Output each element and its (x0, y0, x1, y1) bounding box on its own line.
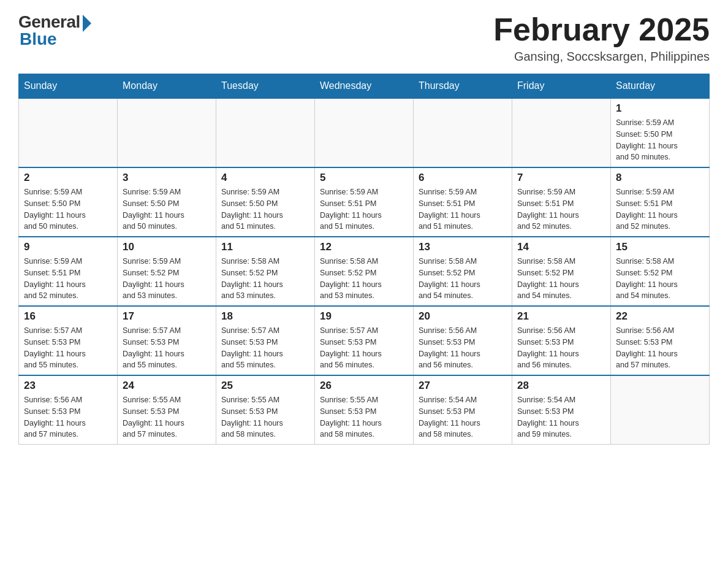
weekday-header-row: SundayMondayTuesdayWednesdayThursdayFrid… (19, 74, 710, 99)
day-number: 1 (616, 102, 704, 115)
day-number: 12 (320, 241, 408, 253)
calendar-week-4: 16Sunrise: 5:57 AMSunset: 5:53 PMDayligh… (19, 306, 710, 375)
calendar-cell: 20Sunrise: 5:56 AMSunset: 5:53 PMDayligh… (414, 306, 512, 375)
calendar-cell: 9Sunrise: 5:59 AMSunset: 5:51 PMDaylight… (19, 237, 118, 306)
day-info: Sunrise: 5:56 AMSunset: 5:53 PMDaylight:… (419, 325, 507, 371)
calendar-cell: 1Sunrise: 5:59 AMSunset: 5:50 PMDaylight… (611, 98, 710, 167)
day-info: Sunrise: 5:59 AMSunset: 5:51 PMDaylight:… (24, 256, 112, 302)
calendar-cell: 26Sunrise: 5:55 AMSunset: 5:53 PMDayligh… (315, 375, 414, 445)
weekday-header-monday: Monday (118, 74, 216, 99)
day-info: Sunrise: 5:57 AMSunset: 5:53 PMDaylight:… (221, 325, 309, 371)
calendar-cell: 10Sunrise: 5:59 AMSunset: 5:52 PMDayligh… (118, 237, 216, 306)
calendar-cell: 5Sunrise: 5:59 AMSunset: 5:51 PMDaylight… (315, 167, 414, 237)
day-number: 3 (123, 172, 211, 184)
calendar-table: SundayMondayTuesdayWednesdayThursdayFrid… (18, 74, 710, 445)
calendar-cell (512, 98, 611, 167)
calendar-cell (414, 98, 512, 167)
logo: General Blue (18, 12, 91, 49)
day-info: Sunrise: 5:56 AMSunset: 5:53 PMDaylight:… (24, 394, 112, 440)
day-number: 6 (419, 172, 507, 184)
day-number: 28 (517, 380, 605, 392)
day-number: 20 (419, 310, 507, 323)
day-info: Sunrise: 5:59 AMSunset: 5:52 PMDaylight:… (123, 256, 211, 302)
day-number: 9 (24, 241, 112, 253)
calendar-cell: 25Sunrise: 5:55 AMSunset: 5:53 PMDayligh… (216, 375, 315, 445)
calendar-cell: 19Sunrise: 5:57 AMSunset: 5:53 PMDayligh… (315, 306, 414, 375)
day-info: Sunrise: 5:57 AMSunset: 5:53 PMDaylight:… (320, 325, 408, 371)
day-info: Sunrise: 5:59 AMSunset: 5:51 PMDaylight:… (517, 186, 605, 232)
calendar-cell: 27Sunrise: 5:54 AMSunset: 5:53 PMDayligh… (414, 375, 512, 445)
day-info: Sunrise: 5:55 AMSunset: 5:53 PMDaylight:… (320, 394, 408, 440)
calendar-cell: 7Sunrise: 5:59 AMSunset: 5:51 PMDaylight… (512, 167, 611, 237)
weekday-header-tuesday: Tuesday (216, 74, 315, 99)
day-info: Sunrise: 5:56 AMSunset: 5:53 PMDaylight:… (517, 325, 605, 371)
day-number: 25 (221, 380, 309, 392)
weekday-header-wednesday: Wednesday (315, 74, 414, 99)
day-info: Sunrise: 5:58 AMSunset: 5:52 PMDaylight:… (221, 256, 309, 302)
day-info: Sunrise: 5:59 AMSunset: 5:50 PMDaylight:… (24, 186, 112, 232)
day-number: 7 (517, 172, 605, 184)
calendar-cell: 2Sunrise: 5:59 AMSunset: 5:50 PMDaylight… (19, 167, 118, 237)
day-info: Sunrise: 5:58 AMSunset: 5:52 PMDaylight:… (419, 256, 507, 302)
calendar-cell: 28Sunrise: 5:54 AMSunset: 5:53 PMDayligh… (512, 375, 611, 445)
day-info: Sunrise: 5:54 AMSunset: 5:53 PMDaylight:… (419, 394, 507, 440)
day-number: 16 (24, 310, 112, 323)
day-info: Sunrise: 5:59 AMSunset: 5:50 PMDaylight:… (616, 117, 704, 163)
day-info: Sunrise: 5:58 AMSunset: 5:52 PMDaylight:… (517, 256, 605, 302)
day-number: 10 (123, 241, 211, 253)
calendar-week-1: 1Sunrise: 5:59 AMSunset: 5:50 PMDaylight… (19, 98, 710, 167)
day-info: Sunrise: 5:59 AMSunset: 5:51 PMDaylight:… (419, 186, 507, 232)
page-header: General Blue February 2025 Gansing, Socc… (18, 12, 710, 64)
day-info: Sunrise: 5:55 AMSunset: 5:53 PMDaylight:… (221, 394, 309, 440)
calendar-cell: 18Sunrise: 5:57 AMSunset: 5:53 PMDayligh… (216, 306, 315, 375)
day-number: 23 (24, 380, 112, 392)
calendar-cell: 3Sunrise: 5:59 AMSunset: 5:50 PMDaylight… (118, 167, 216, 237)
calendar-week-3: 9Sunrise: 5:59 AMSunset: 5:51 PMDaylight… (19, 237, 710, 306)
day-info: Sunrise: 5:58 AMSunset: 5:52 PMDaylight:… (320, 256, 408, 302)
calendar-week-5: 23Sunrise: 5:56 AMSunset: 5:53 PMDayligh… (19, 375, 710, 445)
calendar-cell (118, 98, 216, 167)
calendar-cell: 8Sunrise: 5:59 AMSunset: 5:51 PMDaylight… (611, 167, 710, 237)
day-number: 5 (320, 172, 408, 184)
calendar-cell: 17Sunrise: 5:57 AMSunset: 5:53 PMDayligh… (118, 306, 216, 375)
calendar-week-2: 2Sunrise: 5:59 AMSunset: 5:50 PMDaylight… (19, 167, 710, 237)
day-number: 19 (320, 310, 408, 323)
logo-arrow-icon (83, 15, 91, 32)
day-info: Sunrise: 5:55 AMSunset: 5:53 PMDaylight:… (123, 394, 211, 440)
title-section: February 2025 Gansing, Soccsksargen, Phi… (493, 12, 710, 64)
day-info: Sunrise: 5:59 AMSunset: 5:50 PMDaylight:… (123, 186, 211, 232)
day-info: Sunrise: 5:59 AMSunset: 5:51 PMDaylight:… (320, 186, 408, 232)
day-info: Sunrise: 5:56 AMSunset: 5:53 PMDaylight:… (616, 325, 704, 371)
day-info: Sunrise: 5:59 AMSunset: 5:50 PMDaylight:… (221, 186, 309, 232)
day-number: 13 (419, 241, 507, 253)
calendar-cell: 12Sunrise: 5:58 AMSunset: 5:52 PMDayligh… (315, 237, 414, 306)
logo-blue-text: Blue (18, 29, 57, 49)
calendar-cell (611, 375, 710, 445)
day-number: 8 (616, 172, 704, 184)
weekday-header-saturday: Saturday (611, 74, 710, 99)
calendar-cell: 16Sunrise: 5:57 AMSunset: 5:53 PMDayligh… (19, 306, 118, 375)
calendar-cell: 15Sunrise: 5:58 AMSunset: 5:52 PMDayligh… (611, 237, 710, 306)
day-number: 26 (320, 380, 408, 392)
day-info: Sunrise: 5:58 AMSunset: 5:52 PMDaylight:… (616, 256, 704, 302)
day-number: 17 (123, 310, 211, 323)
day-number: 18 (221, 310, 309, 323)
day-number: 24 (123, 380, 211, 392)
calendar-cell: 6Sunrise: 5:59 AMSunset: 5:51 PMDaylight… (414, 167, 512, 237)
calendar-cell: 21Sunrise: 5:56 AMSunset: 5:53 PMDayligh… (512, 306, 611, 375)
calendar-cell: 4Sunrise: 5:59 AMSunset: 5:50 PMDaylight… (216, 167, 315, 237)
day-number: 11 (221, 241, 309, 253)
day-number: 22 (616, 310, 704, 323)
day-number: 2 (24, 172, 112, 184)
day-info: Sunrise: 5:57 AMSunset: 5:53 PMDaylight:… (24, 325, 112, 371)
calendar-cell: 13Sunrise: 5:58 AMSunset: 5:52 PMDayligh… (414, 237, 512, 306)
weekday-header-thursday: Thursday (414, 74, 512, 99)
calendar-cell: 24Sunrise: 5:55 AMSunset: 5:53 PMDayligh… (118, 375, 216, 445)
weekday-header-sunday: Sunday (19, 74, 118, 99)
day-info: Sunrise: 5:59 AMSunset: 5:51 PMDaylight:… (616, 186, 704, 232)
day-number: 4 (221, 172, 309, 184)
calendar-cell (315, 98, 414, 167)
calendar-cell: 14Sunrise: 5:58 AMSunset: 5:52 PMDayligh… (512, 237, 611, 306)
day-number: 14 (517, 241, 605, 253)
day-info: Sunrise: 5:54 AMSunset: 5:53 PMDaylight:… (517, 394, 605, 440)
